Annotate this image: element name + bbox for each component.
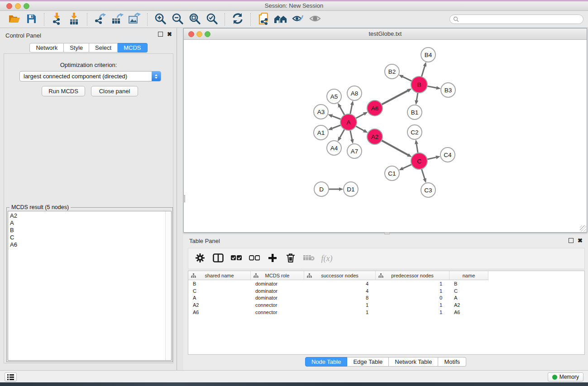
delete-table-button[interactable]: [301, 252, 317, 266]
network-from-selection-button[interactable]: [255, 12, 272, 27]
table-cell[interactable]: C: [188, 288, 251, 294]
edge-B-B1[interactable]: [416, 92, 418, 101]
tab-select[interactable]: Select: [89, 43, 118, 52]
table-cell[interactable]: 1: [376, 288, 449, 294]
edge-C-C3[interactable]: [421, 168, 425, 179]
graph-node-C1[interactable]: C1: [385, 166, 399, 181]
window-resize-grip[interactable]: [580, 225, 586, 232]
graph-node-A7[interactable]: A7: [347, 144, 362, 158]
table-cell[interactable]: dominator: [251, 288, 304, 294]
export-image-button[interactable]: [126, 12, 143, 27]
column-header-shared-name[interactable]: shared name: [188, 271, 251, 280]
table-cell[interactable]: A2: [449, 302, 488, 308]
table-cell[interactable]: 1: [376, 281, 449, 286]
graph-node-C4[interactable]: C4: [440, 148, 455, 162]
table-cell[interactable]: connector: [251, 310, 304, 315]
column-header-successor-nodes[interactable]: successor nodes: [304, 271, 376, 280]
graph-node-A1[interactable]: A1: [314, 125, 328, 140]
edge-A-A3[interactable]: [332, 116, 341, 119]
edge-B-B3[interactable]: [427, 86, 437, 88]
graph-node-B1[interactable]: B1: [407, 105, 422, 119]
tab-style[interactable]: Style: [64, 43, 89, 52]
tab-mcds[interactable]: MCDS: [118, 43, 147, 52]
home-button[interactable]: [272, 12, 289, 27]
close-panel-icon[interactable]: ✖: [167, 32, 172, 37]
export-network-button[interactable]: [91, 12, 109, 27]
edge-B-B2[interactable]: [402, 76, 412, 81]
edge-A6-B[interactable]: [381, 91, 408, 105]
zoom-fit-button[interactable]: [186, 12, 203, 27]
mcds-result-item[interactable]: C: [10, 234, 165, 241]
table-cell[interactable]: 1: [376, 302, 449, 308]
network-window-titlebar[interactable]: testGlobe.txt: [184, 29, 587, 40]
refresh-button[interactable]: [229, 12, 246, 27]
table-cell[interactable]: C: [449, 288, 488, 294]
table-cell[interactable]: dominator: [251, 281, 304, 286]
graph-node-D[interactable]: D: [314, 182, 329, 196]
table-cell[interactable]: A: [449, 295, 488, 300]
optimization-criterion-select[interactable]: largest connected component (directed): [19, 71, 161, 81]
tab-node-table[interactable]: Node Table: [305, 357, 348, 367]
close-panel-icon[interactable]: ✖: [578, 238, 583, 243]
edge-C-C2[interactable]: [416, 144, 418, 154]
edge-B-B4[interactable]: [421, 66, 425, 77]
mcds-result-item[interactable]: A6: [10, 241, 165, 248]
edge-A-A4[interactable]: [340, 129, 345, 138]
table-row[interactable]: A2connector11A2: [188, 301, 584, 309]
column-header-name[interactable]: name: [449, 271, 488, 280]
table-cell[interactable]: B: [449, 281, 488, 286]
network-close-traffic-light[interactable]: [188, 31, 194, 37]
table-row[interactable]: A6connector11A6: [188, 309, 584, 316]
graph-node-A[interactable]: A: [340, 114, 357, 130]
zoom-traffic-light[interactable]: [24, 3, 29, 9]
edge-C-C1[interactable]: [403, 164, 412, 168]
table-cell[interactable]: dominator: [251, 295, 304, 300]
function-builder-button[interactable]: f(x): [319, 252, 335, 266]
table-gear-button[interactable]: [192, 252, 208, 266]
network-minimize-traffic-light[interactable]: [196, 31, 202, 37]
graph-node-A8[interactable]: A8: [347, 86, 362, 100]
table-cell[interactable]: 1: [304, 310, 376, 315]
table-cell[interactable]: connector: [251, 302, 304, 308]
delete-column-button[interactable]: [282, 252, 299, 266]
close-panel-button[interactable]: Close panel: [91, 86, 138, 96]
graph-node-A5[interactable]: A5: [327, 89, 341, 104]
zoom-in-button[interactable]: [152, 12, 169, 27]
run-mcds-button[interactable]: Run MCDS: [42, 86, 85, 96]
edge-A-A6[interactable]: [355, 114, 364, 119]
export-table-button[interactable]: [109, 12, 126, 27]
network-canvas[interactable]: B4B2BB3B1A5A8A6A3AA1A4A7A2C2CC4C1C3DD1: [184, 40, 587, 232]
hide-graphics-details-button[interactable]: [289, 12, 306, 27]
tab-network-table[interactable]: Network Table: [389, 357, 438, 367]
mcds-result-item[interactable]: A: [10, 219, 165, 227]
close-traffic-light[interactable]: [6, 3, 12, 9]
graph-node-B3[interactable]: B3: [441, 83, 455, 97]
minimize-traffic-light[interactable]: [15, 3, 21, 9]
edge-A2-C[interactable]: [381, 140, 408, 155]
tab-network[interactable]: Network: [29, 43, 64, 52]
unselect-all-button[interactable]: [246, 252, 263, 266]
table-row[interactable]: Cdominator41C: [188, 287, 584, 295]
edge-C-C4[interactable]: [427, 157, 436, 160]
graph-node-D1[interactable]: D1: [344, 182, 358, 196]
column-header-predecessor-nodes[interactable]: predecessor nodes: [376, 271, 449, 280]
mcds-result-item[interactable]: B: [10, 227, 165, 234]
add-column-button[interactable]: [264, 252, 281, 266]
graph-node-B4[interactable]: B4: [421, 48, 435, 62]
graph-node-C3[interactable]: C3: [421, 183, 435, 197]
network-zoom-traffic-light[interactable]: [205, 31, 210, 37]
edge-A-A7[interactable]: [350, 130, 352, 140]
graph-node-A6[interactable]: A6: [367, 100, 382, 116]
table-cell[interactable]: A2: [188, 302, 251, 308]
column-header-MCDS-role[interactable]: MCDS role: [251, 271, 304, 280]
float-panel-icon[interactable]: [569, 238, 574, 243]
zoom-selected-button[interactable]: [203, 12, 220, 27]
table-split-button[interactable]: [210, 252, 226, 266]
table-cell[interactable]: 8: [304, 295, 376, 300]
table-cell[interactable]: A: [188, 295, 251, 300]
table-cell[interactable]: 0: [376, 295, 449, 300]
table-cell[interactable]: 1: [376, 310, 449, 315]
table-cell[interactable]: 4: [304, 288, 376, 294]
task-history-button[interactable]: [5, 372, 17, 381]
float-panel-icon[interactable]: [158, 32, 163, 37]
